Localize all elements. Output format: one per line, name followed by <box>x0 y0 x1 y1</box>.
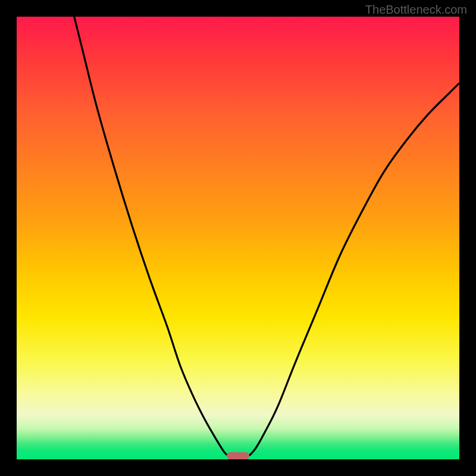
watermark-text: TheBottleneck.com <box>365 3 467 17</box>
left-curve <box>74 17 228 456</box>
curves-svg <box>17 17 459 459</box>
optimum-marker <box>227 452 249 459</box>
right-curve <box>249 83 459 456</box>
plot-area <box>17 17 459 459</box>
